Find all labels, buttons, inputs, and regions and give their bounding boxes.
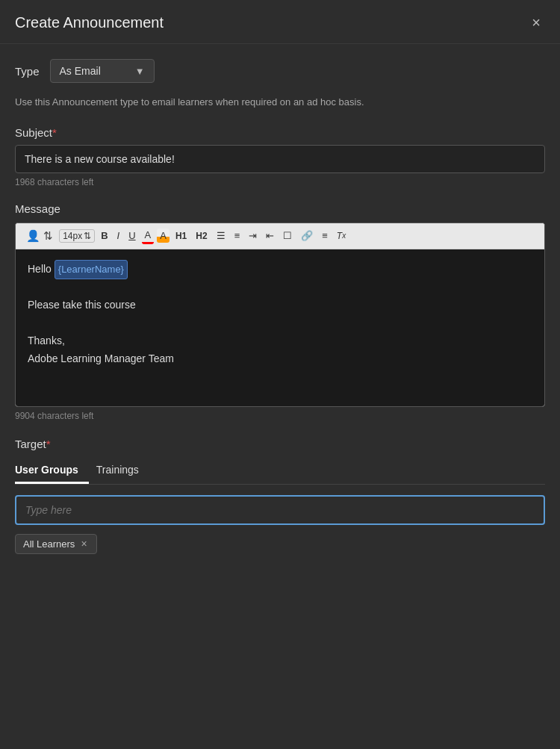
align-button[interactable]: ≡: [319, 229, 331, 243]
font-size-value: 14px: [63, 231, 82, 241]
modal-body: Type As Email ▼ Use this Announcement ty…: [0, 44, 560, 569]
image-button[interactable]: ☐: [280, 229, 295, 243]
modal-title: Create Announcement: [15, 14, 164, 31]
create-announcement-modal: Create Announcement × Type As Email ▼ Us…: [0, 0, 560, 749]
editor-line-empty: [28, 279, 532, 297]
font-size-select[interactable]: 14px ⇅: [59, 229, 95, 243]
editor-line-4: Adobe Learning Manager Team: [28, 350, 532, 368]
editor-content[interactable]: Hello {LearnerName} Please take this cou…: [16, 249, 544, 406]
type-select[interactable]: As Email ▼: [50, 59, 155, 83]
editor-line-1: Hello {LearnerName}: [28, 260, 532, 279]
tab-user-groups[interactable]: User Groups: [15, 459, 89, 484]
editor-line-empty2: [28, 314, 532, 332]
target-tabs: User Groups Trainings: [15, 459, 545, 485]
subject-section: Subject* 1968 characters left: [15, 126, 545, 187]
unordered-list-button[interactable]: ≡: [231, 229, 243, 243]
subject-label: Subject*: [15, 126, 545, 139]
ordered-list-button[interactable]: ☰: [214, 229, 228, 243]
h1-button[interactable]: H1: [172, 229, 190, 243]
target-section: Target* User Groups Trainings All Learne…: [15, 438, 545, 554]
target-search-input[interactable]: [15, 495, 545, 525]
subject-input[interactable]: [15, 145, 545, 173]
message-section: Message 👤 ⇅ 14px ⇅ B I U A A H1 H2 ☰: [15, 202, 545, 421]
h2-button[interactable]: H2: [193, 229, 210, 243]
italic-button[interactable]: I: [114, 229, 123, 243]
modal-header: Create Announcement ×: [0, 0, 560, 44]
indent-button[interactable]: ⇥: [246, 229, 260, 243]
bold-button[interactable]: B: [98, 229, 111, 243]
chevron-down-icon: ▼: [135, 66, 145, 77]
editor-container: 👤 ⇅ 14px ⇅ B I U A A H1 H2 ☰ ≡ ⇥ ⇤: [15, 223, 545, 407]
tag-container: All Learners ×: [15, 534, 545, 554]
message-label: Message: [15, 202, 545, 215]
type-select-value: As Email: [60, 65, 101, 77]
target-label: Target*: [15, 438, 545, 450]
editor-line-2: Please take this course: [28, 296, 532, 314]
all-learners-tag: All Learners ×: [15, 534, 97, 554]
link-button[interactable]: 🔗: [298, 229, 316, 243]
type-label: Type: [15, 65, 40, 78]
editor-line-3: Thanks,: [28, 332, 532, 350]
tag-label: All Learners: [23, 538, 75, 550]
tag-remove-button[interactable]: ×: [79, 538, 88, 549]
font-size-arrow: ⇅: [84, 231, 91, 241]
underline-button[interactable]: U: [125, 229, 138, 243]
editor-toolbar: 👤 ⇅ 14px ⇅ B I U A A H1 H2 ☰ ≡ ⇥ ⇤: [16, 223, 544, 249]
learner-name-tag: {LearnerName}: [55, 260, 128, 279]
clear-format-button[interactable]: Tx: [334, 229, 349, 243]
target-required-star: *: [46, 438, 51, 450]
type-row: Type As Email ▼: [15, 59, 545, 83]
highlight-color-button[interactable]: A: [157, 229, 169, 243]
outdent-button[interactable]: ⇤: [263, 229, 277, 243]
close-button[interactable]: ×: [527, 13, 545, 31]
description-text: Use this Announcement type to email lear…: [15, 95, 545, 110]
message-chars-left: 9904 characters left: [15, 411, 545, 421]
hello-text: Hello: [28, 263, 55, 275]
tab-trainings[interactable]: Trainings: [96, 459, 149, 484]
font-color-button[interactable]: A: [142, 228, 155, 244]
subject-chars-left: 1968 characters left: [15, 177, 545, 187]
subject-required-star: *: [52, 126, 57, 139]
user-icon-button[interactable]: 👤 ⇅: [23, 228, 56, 244]
